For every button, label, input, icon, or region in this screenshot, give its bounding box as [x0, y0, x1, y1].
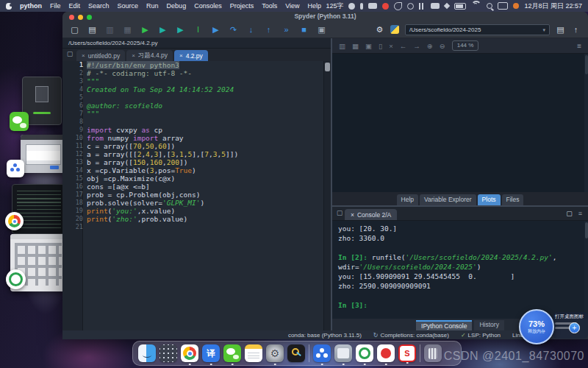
maximize-pane-icon[interactable]: ▣ [317, 21, 326, 38]
apple-menu-icon[interactable] [6, 3, 12, 10]
preferences-wrench-icon[interactable]: ⚙ [375, 21, 384, 38]
tab-ipython-console[interactable]: IPython Console [416, 320, 472, 330]
dock-green-app-icon[interactable] [356, 344, 373, 362]
editor-scrollbar-thumb[interactable] [325, 63, 330, 71]
copy-plot-icon[interactable]: ▣ [365, 42, 372, 50]
open-file-icon[interactable]: ▤ [87, 21, 97, 38]
wifi-icon[interactable] [471, 1, 481, 11]
editor-scrollbar[interactable] [323, 61, 331, 330]
console-options-menu-icon[interactable]: ≡ [578, 210, 582, 217]
save-icon[interactable]: ▥ [105, 21, 115, 38]
menu-projects[interactable]: Projects [230, 2, 254, 10]
dock-translator-icon[interactable]: 译 [202, 344, 220, 362]
editor-tab-习题4-4-py[interactable]: ×习题4.4.py [126, 50, 173, 61]
zoom-in-icon[interactable]: ⊕ [427, 42, 433, 50]
plots-scrollbar-thumb[interactable] [585, 55, 588, 74]
console-browse-tabs-icon[interactable]: ▢ [334, 209, 345, 219]
close-tab-icon[interactable]: × [132, 52, 135, 59]
thumbnail-dialog-window[interactable] [21, 135, 65, 173]
battery-icon[interactable] [454, 3, 466, 10]
minimize-window-button[interactable] [78, 15, 83, 20]
new-file-icon[interactable]: ▢ [70, 21, 79, 38]
memory-cleaner-widget[interactable]: 73% 释放内存 [519, 309, 554, 344]
close-console-icon[interactable]: × [351, 211, 354, 219]
dock-gallery-app-icon[interactable] [334, 344, 352, 362]
record-icon[interactable] [382, 3, 389, 10]
widget-add-button[interactable]: + [569, 322, 580, 333]
tab-files[interactable]: Files [502, 194, 524, 205]
search-icon[interactable] [487, 3, 492, 9]
parent-directory-icon[interactable]: ↑ [571, 21, 581, 38]
next-plot-icon[interactable]: → [413, 42, 420, 50]
code-editor[interactable]: 1#!/usr/bin/env python32# -*- codiarng: … [62, 61, 331, 330]
wechat-badge-icon[interactable] [10, 112, 29, 131]
window-titlebar[interactable]: Spyder (Python 3.11) [62, 12, 588, 21]
menu-edit[interactable]: Edit [69, 2, 81, 10]
bluetooth-icon[interactable] [444, 3, 450, 9]
dock-notes-icon[interactable] [245, 344, 262, 362]
nutstore-badge-icon[interactable] [7, 160, 24, 177]
dock-red-apple-app-icon[interactable] [377, 344, 395, 362]
remove-plot-icon[interactable]: ▯ [379, 42, 382, 50]
screen-recording-icon[interactable] [513, 3, 519, 9]
keyboard-icon[interactable] [368, 3, 377, 9]
shapes-icon[interactable] [394, 2, 402, 10]
run-file-icon[interactable]: ▶ [140, 21, 150, 38]
tab-help[interactable]: Help [397, 194, 418, 205]
popup-title[interactable]: 打开桌面图标 [555, 314, 586, 320]
dock-launchpad-icon[interactable] [159, 344, 177, 362]
tab-history[interactable]: History [474, 320, 503, 330]
display-icon[interactable] [498, 2, 508, 10]
green-app-badge-icon[interactable] [6, 269, 26, 289]
close-window-button[interactable] [69, 15, 74, 20]
save-all-icon[interactable]: ▦ [123, 21, 132, 38]
plots-content[interactable] [332, 54, 588, 192]
dock-chrome-icon[interactable] [181, 344, 198, 362]
save-all-plots-icon[interactable]: ▦ [352, 42, 359, 50]
tab-variable-explorer[interactable]: Variable Explorer [420, 194, 476, 205]
window-icon[interactable] [431, 3, 440, 9]
console-tab[interactable]: × Console 2/A [345, 209, 397, 220]
inspect-object-icon[interactable]: ▢ [566, 210, 573, 217]
menu-search[interactable]: Search [88, 2, 110, 10]
plots-zoom-level[interactable]: 144 % [452, 40, 479, 51]
editor-tab-untitled0-py[interactable]: ×untitled0.py [76, 50, 125, 61]
run-selection-icon[interactable]: I [193, 21, 203, 38]
continue-execution-icon[interactable]: » [282, 21, 291, 38]
stop-debug-icon[interactable]: ■ [299, 21, 309, 38]
menu-view[interactable]: View [285, 2, 299, 10]
dock-ks-app-icon[interactable]: S [398, 344, 416, 362]
dock-cloud-app-icon[interactable] [313, 344, 331, 362]
menu-help[interactable]: Help [308, 2, 322, 10]
console-scrollbar[interactable] [584, 221, 588, 319]
menu-source[interactable]: Source [118, 2, 139, 10]
zoom-out-icon[interactable]: ⊖ [440, 42, 445, 50]
browse-directory-icon[interactable]: ▤ [556, 21, 565, 38]
step-into-icon[interactable]: ↓ [246, 21, 256, 38]
run-cell-icon[interactable]: ▶ [158, 21, 168, 38]
input-method-indicator[interactable]: 125字 [326, 1, 343, 11]
cloud-icon[interactable] [407, 3, 414, 10]
menu-consoles[interactable]: Consoles [194, 2, 222, 10]
mic-icon[interactable] [360, 3, 363, 10]
console-output[interactable]: you: [20. 30.]zho: 3360.0 In [2]: runfil… [332, 221, 588, 319]
plots-scrollbar[interactable] [584, 54, 588, 192]
menu-tools[interactable]: Tools [262, 2, 277, 10]
menu-datetime[interactable]: 12月8日 周日 22:57 [524, 1, 582, 11]
step-out-icon[interactable]: ↑ [264, 21, 273, 38]
editor-tab-4-2-py[interactable]: ×4.2.py [174, 50, 208, 61]
tab-plots[interactable]: Plots [478, 194, 501, 205]
menu-file[interactable]: File [50, 2, 61, 10]
chrome-badge-icon[interactable] [5, 212, 24, 230]
menu-debug[interactable]: Debug [167, 2, 187, 10]
python-path-icon[interactable] [390, 25, 399, 34]
debug-file-icon[interactable]: ▶ [211, 21, 220, 38]
zoom-window-button[interactable] [87, 15, 92, 20]
dock-keychain-icon[interactable] [287, 344, 305, 362]
user-icon[interactable] [348, 3, 355, 10]
dock-finder-icon[interactable] [138, 344, 156, 362]
console-scrollbar-thumb[interactable] [585, 222, 588, 238]
save-plot-icon[interactable]: ▥ [339, 42, 345, 50]
completions-status[interactable]: ↻ Completions: conda(base) [373, 332, 449, 339]
menu-run[interactable]: Run [146, 2, 159, 10]
